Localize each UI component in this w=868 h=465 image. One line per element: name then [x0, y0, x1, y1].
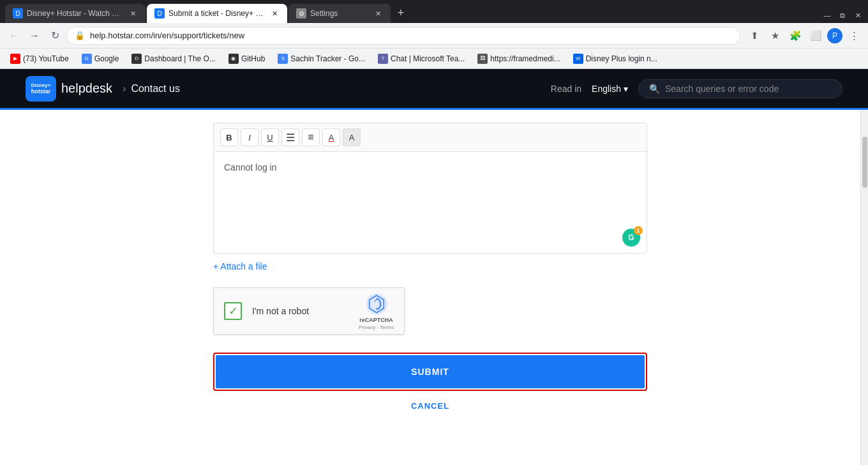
extensions-button[interactable]: 🧩 — [786, 27, 804, 45]
editor-toolbar: B I U ☰ ≡ A A — [213, 123, 647, 151]
disney-login-label: Disney Plus login n... — [586, 54, 657, 63]
recaptcha-logo-icon — [365, 293, 388, 316]
tab-settings[interactable]: ⚙ Settings ✕ — [288, 4, 391, 23]
window-controls: — ⧉ ✕ — [822, 10, 863, 23]
tab-bar: D Disney+ Hotstar - Watch TV Sho... ✕ D … — [0, 0, 868, 23]
recaptcha-terms-link[interactable]: Terms — [380, 324, 394, 330]
tab-favicon-1: D — [13, 8, 23, 19]
address-bar[interactable]: 🔒 help.hotstar.com/in/en/support/tickets… — [66, 27, 740, 45]
recaptcha-brand-text: reCAPTCHA — [359, 317, 393, 323]
tab-favicon-2: D — [154, 8, 165, 19]
url-text: help.hotstar.com/in/en/support/tickets/n… — [90, 31, 732, 40]
logo-line2: hotstar — [31, 88, 51, 95]
brand-text: helpdesk — [61, 81, 112, 96]
bookmark-youtube[interactable]: ▶ (73) YouTube — [5, 51, 74, 66]
dashboard-label: Dashboard | The O... — [144, 54, 216, 63]
read-in-label: Read in — [551, 84, 581, 94]
grammarly-icon[interactable]: G 1 — [622, 229, 640, 247]
bookmark-framed[interactable]: 🖼 https://framedmedi... — [472, 51, 565, 66]
bookmark-sachin[interactable]: S Sachin Tracker - Go... — [273, 51, 370, 66]
bold-label: B — [226, 133, 232, 142]
search-placeholder: Search queries or error code — [665, 84, 832, 94]
editor-content: Cannot log in — [224, 162, 277, 172]
unordered-list-button[interactable]: ☰ — [281, 128, 299, 146]
bookmarks-bar: ▶ (73) YouTube G Google D Dashboard | Th… — [0, 49, 868, 69]
github-label: GitHub — [241, 54, 265, 63]
tab-close-2[interactable]: ✕ — [269, 8, 280, 19]
browser-frame: D Disney+ Hotstar - Watch TV Sho... ✕ D … — [0, 0, 868, 465]
underline-button[interactable]: U — [261, 128, 279, 146]
github-favicon: ◉ — [228, 54, 239, 64]
back-button[interactable]: ← — [5, 27, 23, 45]
italic-button[interactable]: I — [241, 128, 258, 146]
language-selector[interactable]: English ▾ — [592, 84, 628, 94]
sachin-favicon: S — [278, 54, 288, 64]
bold-button[interactable]: B — [220, 128, 238, 146]
dashboard-favicon: D — [131, 54, 142, 64]
profile-avatar[interactable]: P — [827, 28, 842, 43]
youtube-label: (73) YouTube — [23, 54, 69, 63]
minimize-button[interactable]: — — [822, 10, 832, 20]
ordered-list-button[interactable]: ≡ — [302, 128, 320, 146]
bookmark-button[interactable]: ★ — [766, 27, 784, 45]
breadcrumb: › Contact us — [123, 83, 180, 95]
tab-disney-watch[interactable]: D Disney+ Hotstar - Watch TV Sho... ✕ — [5, 4, 146, 23]
underline-label: U — [267, 133, 273, 142]
submit-button-wrapper: SUBMIT — [213, 353, 647, 391]
recaptcha-widget[interactable]: ✓ I'm not a robot reCAPTCHA Privacy - — [213, 287, 405, 335]
site-logo[interactable]: Disney+ hotstar helpdesk — [26, 76, 112, 102]
new-tab-button[interactable]: + — [392, 4, 410, 22]
framed-label: https://framedmedi... — [490, 54, 560, 63]
bookmark-disney-login[interactable]: W Disney Plus login n... — [568, 51, 662, 66]
bookmark-google[interactable]: G Google — [77, 51, 124, 66]
language-text: English — [592, 84, 621, 94]
breadcrumb-current: Contact us — [131, 83, 179, 95]
font-color-button[interactable]: A — [322, 128, 340, 146]
nav-toolbar: ← → ↻ 🔒 help.hotstar.com/in/en/support/t… — [0, 23, 868, 49]
toolbar-actions: ⬆ ★ 🧩 ⬜ P ⋮ — [745, 27, 863, 45]
forward-button[interactable]: → — [26, 27, 43, 45]
restore-button[interactable]: ⧉ — [837, 10, 848, 20]
tab-close-3[interactable]: ✕ — [373, 8, 383, 19]
grammarly-badge: 1 — [634, 226, 643, 235]
split-view-button[interactable]: ⬜ — [807, 27, 825, 45]
search-icon: 🔍 — [649, 84, 660, 94]
submit-button[interactable]: SUBMIT — [216, 355, 645, 388]
tab-submit-ticket[interactable]: D Submit a ticket - Disney+ Hotsta... ✕ — [147, 4, 287, 23]
sachin-label: Sachin Tracker - Go... — [290, 54, 365, 63]
teams-label: Chat | Microsoft Tea... — [391, 54, 465, 63]
menu-button[interactable]: ⋮ — [845, 27, 863, 45]
site-header: Disney+ hotstar helpdesk › Contact us Re… — [0, 69, 868, 110]
bookmark-teams[interactable]: T Chat | Microsoft Tea... — [373, 51, 470, 66]
recaptcha-links: Privacy - Terms — [359, 324, 394, 330]
tab-favicon-3: ⚙ — [296, 8, 306, 19]
share-button[interactable]: ⬆ — [745, 27, 763, 45]
cancel-button[interactable]: CANCEL — [213, 401, 647, 411]
tab-label-1: Disney+ Hotstar - Watch TV Sho... — [27, 9, 124, 18]
captcha-label: I'm not a robot — [252, 306, 348, 316]
attach-file-button[interactable]: + Attach a file — [213, 261, 267, 271]
youtube-favicon: ▶ — [10, 54, 20, 64]
captcha-logo-area: reCAPTCHA Privacy - Terms — [359, 293, 394, 330]
bookmark-dashboard[interactable]: D Dashboard | The O... — [126, 51, 221, 66]
page-scrollbar[interactable] — [860, 110, 868, 465]
google-favicon: G — [82, 54, 92, 64]
captcha-checkbox[interactable]: ✓ — [224, 302, 242, 320]
close-button[interactable]: ✕ — [853, 10, 863, 20]
main-content: B I U ☰ ≡ A A Cannot log in G 1 — [188, 110, 673, 465]
breadcrumb-separator: › — [123, 83, 126, 95]
main-with-scrollbar: B I U ☰ ≡ A A Cannot log in G 1 — [0, 110, 868, 465]
tab-close-1[interactable]: ✕ — [128, 8, 138, 19]
recaptcha-privacy-link[interactable]: Privacy — [359, 324, 375, 330]
logo-icon: Disney+ hotstar — [26, 76, 56, 102]
bookmark-github[interactable]: ◉ GitHub — [223, 51, 270, 66]
search-box[interactable]: 🔍 Search queries or error code — [638, 79, 842, 98]
header-right: Read in English ▾ 🔍 Search queries or er… — [551, 79, 842, 98]
editor-area[interactable]: Cannot log in G 1 — [213, 151, 647, 254]
scrollbar-thumb — [862, 137, 867, 188]
secure-icon: 🔒 — [75, 31, 85, 40]
framed-favicon: 🖼 — [477, 54, 488, 64]
refresh-button[interactable]: ↻ — [46, 27, 64, 45]
page-content: Disney+ hotstar helpdesk › Contact us Re… — [0, 69, 868, 465]
highlight-button[interactable]: A — [343, 128, 361, 146]
